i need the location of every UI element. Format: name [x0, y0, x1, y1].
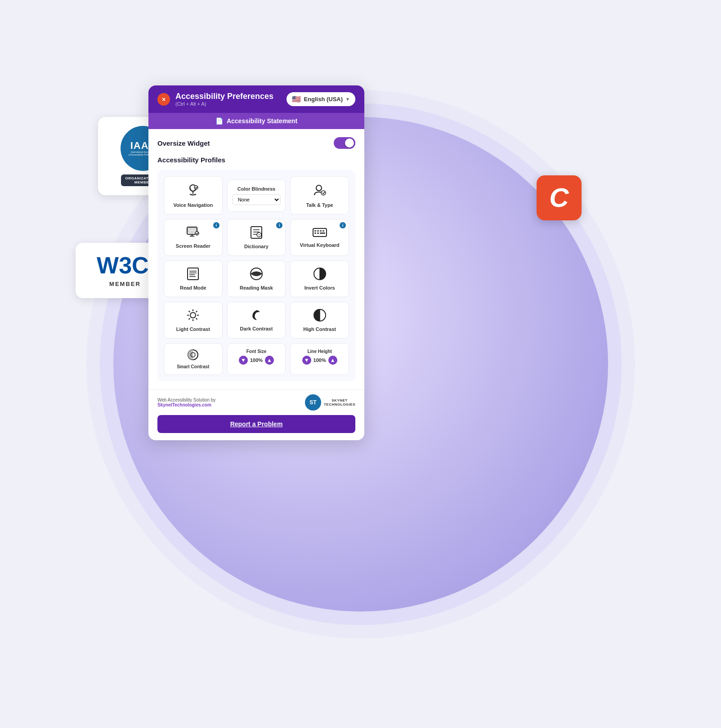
statement-banner[interactable]: 📄 Accessibility Statement [148, 113, 364, 129]
light-contrast-icon [186, 308, 200, 324]
top-profile-row: Voice Navigation Color Blindness None Pr… [164, 176, 349, 214]
skynet-icon: ST [305, 394, 321, 411]
statement-label: Accessibility Statement [227, 117, 297, 125]
voice-navigation-item[interactable]: Voice Navigation [164, 176, 223, 214]
language-button[interactable]: 🇺🇸 English (USA) ▼ [287, 92, 355, 106]
svg-rect-24 [317, 232, 319, 234]
read-mode-item[interactable]: Read Mode [164, 260, 223, 297]
oversize-label: Oversize Widget [157, 139, 210, 147]
line-height-stepper: ▼ 100% ▲ [302, 356, 337, 365]
lang-label: English (USA) [304, 96, 343, 103]
svg-rect-21 [320, 230, 322, 232]
read-mode-label: Read Mode [180, 285, 206, 290]
talk-type-item[interactable]: Talk & Type [290, 176, 349, 214]
c-card: C [537, 175, 582, 220]
dark-contrast-item[interactable]: Dark Contrast [227, 302, 286, 339]
dictionary-icon [250, 226, 263, 241]
chevron-down-icon: ▼ [345, 97, 350, 102]
svg-point-34 [190, 313, 196, 318]
read-mode-icon [187, 267, 199, 282]
w3c-logo: W3C® [97, 254, 153, 277]
skynet-logo: ST SKYNETTECHNOLOGIES [305, 394, 355, 411]
report-problem-button[interactable]: Report a Problem [157, 415, 355, 433]
svg-rect-22 [322, 230, 324, 232]
grid-row-1: i Screen Read [164, 219, 349, 256]
screen-reader-label: Screen Reader [176, 243, 210, 249]
panel-title: Accessibility Preferences [175, 92, 273, 101]
profiles-area: Voice Navigation Color Blindness None Pr… [157, 170, 355, 381]
line-height-decrease[interactable]: ▼ [302, 356, 311, 365]
cb-label: Color Blindness [237, 186, 275, 192]
oversize-row: Oversize Widget [157, 137, 355, 149]
screen-reader-item[interactable]: i Screen Read [164, 219, 223, 256]
w3c-member-label: MEMBER [109, 281, 141, 287]
font-size-increase[interactable]: ▲ [265, 356, 274, 365]
footer-link[interactable]: SkynetTechnologies.com [157, 402, 211, 407]
talk-type-label: Talk & Type [306, 202, 333, 208]
dictionary-label: Dictionary [244, 244, 269, 249]
panel-title-block: Accessibility Preferences (Ctrl + Alt + … [175, 92, 273, 107]
panel-header: × Accessibility Preferences (Ctrl + Alt … [148, 85, 364, 113]
smart-contrast-icon [187, 349, 199, 362]
voice-navigation-icon [186, 183, 200, 200]
svg-line-41 [196, 311, 197, 313]
invert-colors-item[interactable]: Invert Colors [290, 260, 349, 297]
dictionary-info[interactable]: i [276, 222, 282, 228]
virtual-keyboard-item[interactable]: i [290, 219, 349, 256]
svg-rect-6 [188, 228, 196, 232]
smart-contrast-item[interactable]: Smart Contrast [164, 343, 223, 375]
virtual-keyboard-icon [313, 227, 327, 240]
line-height-value: 100% [313, 357, 327, 363]
invert-colors-icon [313, 267, 327, 282]
close-button[interactable]: × [157, 93, 170, 106]
screen-reader-info[interactable]: i [213, 222, 219, 228]
virtual-keyboard-label: Virtual Keyboard [300, 242, 340, 248]
screen-reader-icon [186, 226, 200, 241]
font-size-item: Font Size ▼ 100% ▲ [227, 343, 286, 375]
accessibility-panel: × Accessibility Preferences (Ctrl + Alt … [148, 85, 364, 440]
virtual-keyboard-info[interactable]: i [340, 222, 346, 228]
oversize-toggle[interactable] [334, 137, 355, 149]
font-size-decrease[interactable]: ▼ [239, 356, 248, 365]
flag-icon: 🇺🇸 [292, 95, 301, 103]
svg-rect-25 [320, 232, 325, 234]
talk-type-icon [313, 183, 327, 200]
reading-mask-label: Reading Mask [240, 285, 273, 290]
svg-rect-26 [188, 268, 198, 280]
report-row: Report a Problem [148, 415, 364, 440]
grid-row-2: Read Mode Reading Mask [164, 260, 349, 297]
voice-nav-label: Voice Navigation [173, 202, 213, 208]
footer-text: Web Accessibility Solution by SkynetTech… [157, 397, 215, 407]
line-height-label: Line Height [307, 349, 331, 354]
svg-line-39 [189, 311, 190, 313]
bottom-row: Smart Contrast Font Size ▼ 100% ▲ Line H… [164, 343, 349, 375]
high-contrast-item[interactable]: High Contrast [290, 302, 349, 339]
svg-rect-23 [314, 232, 316, 234]
svg-rect-19 [314, 230, 316, 232]
light-contrast-label: Light Contrast [176, 326, 210, 332]
color-blindness-item: Color Blindness None Protanopia Deuteran… [227, 179, 286, 212]
profiles-section-title: Accessibility Profiles [157, 156, 355, 164]
font-size-label: Font Size [246, 349, 266, 354]
panel-shortcut: (Ctrl + Alt + A) [175, 101, 273, 107]
svg-line-42 [189, 318, 190, 320]
high-contrast-label: High Contrast [303, 326, 336, 332]
color-blindness-select[interactable]: None Protanopia Deuteranopia Tritanopia [232, 194, 281, 205]
statement-icon: 📄 [215, 117, 223, 125]
smart-contrast-label: Smart Contrast [177, 364, 209, 369]
reading-mask-icon [250, 267, 263, 282]
reading-mask-item[interactable]: Reading Mask [227, 260, 286, 297]
panel-header-left: × Accessibility Preferences (Ctrl + Alt … [157, 92, 273, 107]
panel-footer: Web Accessibility Solution by SkynetTech… [148, 389, 364, 415]
line-height-item: Line Height ▼ 100% ▲ [290, 343, 349, 375]
skynet-text: SKYNETTECHNOLOGIES [324, 398, 355, 406]
line-height-increase[interactable]: ▲ [328, 356, 337, 365]
page-wrapper: IAAP International Associationof Accessi… [0, 0, 721, 728]
high-contrast-icon [313, 308, 327, 324]
panel-body: Oversize Widget Accessibility Profiles [148, 129, 364, 389]
light-contrast-item[interactable]: Light Contrast [164, 302, 223, 339]
invert-colors-label: Invert Colors [305, 285, 335, 290]
dark-contrast-icon [250, 309, 263, 323]
svg-line-40 [196, 318, 197, 320]
dictionary-item[interactable]: i Dictionary [227, 219, 286, 256]
